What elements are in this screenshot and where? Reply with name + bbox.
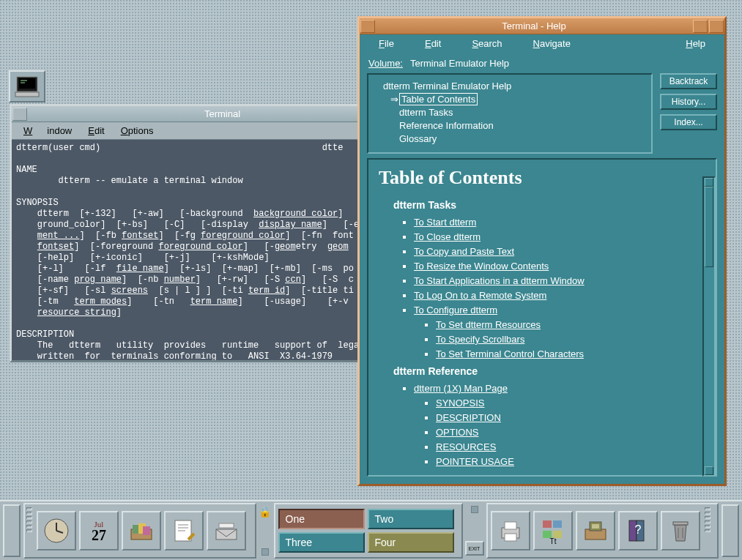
panel-lock-column: 🔒 <box>256 501 274 560</box>
help-link[interactable]: SYNOPSIS <box>436 397 484 408</box>
history-button[interactable]: History... <box>660 94 717 110</box>
workspace-button[interactable]: One <box>278 509 365 529</box>
help-link-item: To Start Applications in a dtterm Window <box>414 275 705 286</box>
svg-text:Tt: Tt <box>549 537 556 545</box>
menu-search[interactable]: Search <box>457 37 516 51</box>
help-manager-icon[interactable]: ? <box>618 511 658 550</box>
lock-icon[interactable]: 🔒 <box>259 506 271 518</box>
svg-rect-33 <box>673 522 688 525</box>
exit-button[interactable]: EXIT <box>465 541 484 556</box>
help-link-item: To Configure dtterm <box>414 305 705 316</box>
menu-help[interactable]: Help <box>671 37 720 51</box>
help-link-item: RESOURCES <box>436 441 705 452</box>
topic-row[interactable]: dtterm Terminal Emulator Help <box>371 79 648 92</box>
file-manager-icon[interactable] <box>122 511 161 550</box>
help-link-item: To Resize the Window Contents <box>414 261 705 272</box>
help-window: Terminal - Help File Edit Search Navigat… <box>357 16 727 486</box>
help-link-item: To Log On to a Remote System <box>414 290 705 301</box>
calendar-icon[interactable]: Jul 27 <box>79 511 119 550</box>
help-link[interactable]: To Resize the Window Contents <box>414 261 549 272</box>
maximize-button[interactable] <box>709 20 724 33</box>
help-link[interactable]: To Copy and Paste Text <box>414 246 514 257</box>
help-link[interactable]: To Configure dtterm <box>414 305 497 316</box>
help-link[interactable]: dtterm (1X) Man Page <box>414 383 508 394</box>
svg-rect-23 <box>553 520 562 528</box>
printer-icon[interactable] <box>491 511 530 550</box>
svg-rect-22 <box>543 520 552 528</box>
help-link-item: DESCRIPTION <box>436 412 705 423</box>
volume-label: Volume: <box>368 58 403 69</box>
workspace-button[interactable]: Three <box>278 532 365 553</box>
help-topic-tree[interactable]: dtterm Terminal Emulator Help⇒Table of C… <box>367 73 653 154</box>
mail-icon[interactable] <box>207 511 246 550</box>
scroll-down-arrow[interactable] <box>705 466 713 475</box>
application-manager-icon[interactable] <box>576 511 615 550</box>
help-link[interactable]: DESCRIPTION <box>436 412 501 423</box>
help-link-item: To Set dtterm Resources <box>436 319 705 330</box>
workspace-button[interactable]: Two <box>368 509 454 529</box>
menu-file[interactable]: File <box>364 37 409 51</box>
activity-light <box>471 506 478 513</box>
help-link-item: To Start dtterm <box>414 217 705 228</box>
workspace-button[interactable]: Four <box>368 532 454 553</box>
window-menu-button[interactable] <box>360 20 375 33</box>
volume-name: Terminal Emulator Help <box>410 58 509 69</box>
help-link[interactable]: RESOURCES <box>436 441 496 452</box>
menu-edit[interactable]: Edit <box>81 124 111 138</box>
help-link[interactable]: POINTER USAGE <box>436 456 514 467</box>
busy-light <box>261 548 269 556</box>
topic-row[interactable]: ⇒Table of Contents <box>371 92 648 105</box>
help-link[interactable]: To Set dtterm Resources <box>436 319 541 330</box>
menu-navigate[interactable]: Navigate <box>519 37 585 51</box>
svg-rect-21 <box>505 534 516 541</box>
minimize-button[interactable] <box>693 20 708 33</box>
help-link-item: dtterm (1X) Man Page <box>414 383 705 394</box>
svg-rect-11 <box>143 526 150 535</box>
panel-handle-left[interactable] <box>0 501 23 560</box>
help-content-pane[interactable]: Table of Contents dtterm TasksTo Start d… <box>367 158 717 477</box>
menu-window[interactable]: Window <box>16 124 79 138</box>
panel-handle-right[interactable] <box>719 501 742 560</box>
help-section-heading: dtterm Tasks <box>393 199 705 211</box>
help-titlebar[interactable]: Terminal - Help <box>360 18 724 34</box>
scroll-up-arrow[interactable] <box>705 178 713 187</box>
topic-row[interactable]: dtterm Tasks <box>371 105 648 119</box>
window-menu-button[interactable] <box>12 108 27 121</box>
help-link[interactable]: OPTIONS <box>436 427 479 438</box>
help-link[interactable]: To Close dtterm <box>414 231 481 242</box>
svg-rect-18 <box>219 523 234 528</box>
menu-options[interactable]: Options <box>114 124 161 138</box>
help-link-item: POINTER USAGE <box>436 456 705 467</box>
backtrack-button[interactable]: Backtrack <box>660 73 717 89</box>
desktop-terminal-icon[interactable] <box>9 70 45 102</box>
menu-edit[interactable]: Edit <box>410 37 456 51</box>
help-volume-row: Volume: Terminal Emulator Help <box>368 58 717 69</box>
help-link-item: To Specify Scrollbars <box>436 334 705 345</box>
clock-icon[interactable] <box>37 511 76 550</box>
topic-row[interactable]: Reference Information <box>371 119 648 132</box>
computer-icon <box>14 75 40 97</box>
svg-rect-20 <box>505 522 516 529</box>
svg-rect-1 <box>19 78 35 89</box>
help-scrollbar[interactable] <box>702 176 716 477</box>
front-panel: Jul 27 🔒 OneTwoThreeFour EXIT <box>0 500 742 560</box>
svg-rect-17 <box>216 529 237 540</box>
help-link[interactable]: To Specify Scrollbars <box>436 334 524 345</box>
style-manager-icon[interactable]: Tt <box>533 511 573 550</box>
scroll-thumb[interactable] <box>705 187 713 267</box>
help-link-item: OPTIONS <box>436 427 705 438</box>
help-link-item: To Set Terminal Control Characters <box>436 348 705 359</box>
help-title: Terminal - Help <box>376 20 692 31</box>
text-editor-icon[interactable] <box>164 511 204 550</box>
svg-rect-4 <box>15 92 39 97</box>
trash-icon[interactable] <box>661 511 700 550</box>
help-link[interactable]: To Start dtterm <box>414 217 476 228</box>
topic-row[interactable]: Glossary <box>371 132 648 145</box>
help-link-item: To Close dtterm <box>414 231 705 242</box>
panel-right-group: Tt ? <box>486 503 719 559</box>
help-link[interactable]: To Set Terminal Control Characters <box>436 348 584 359</box>
help-link[interactable]: To Log On to a Remote System <box>414 290 546 301</box>
index-button[interactable]: Index... <box>660 114 717 130</box>
help-link[interactable]: To Start Applications in a dtterm Window <box>414 275 585 286</box>
help-heading: Table of Contents <box>379 167 705 189</box>
